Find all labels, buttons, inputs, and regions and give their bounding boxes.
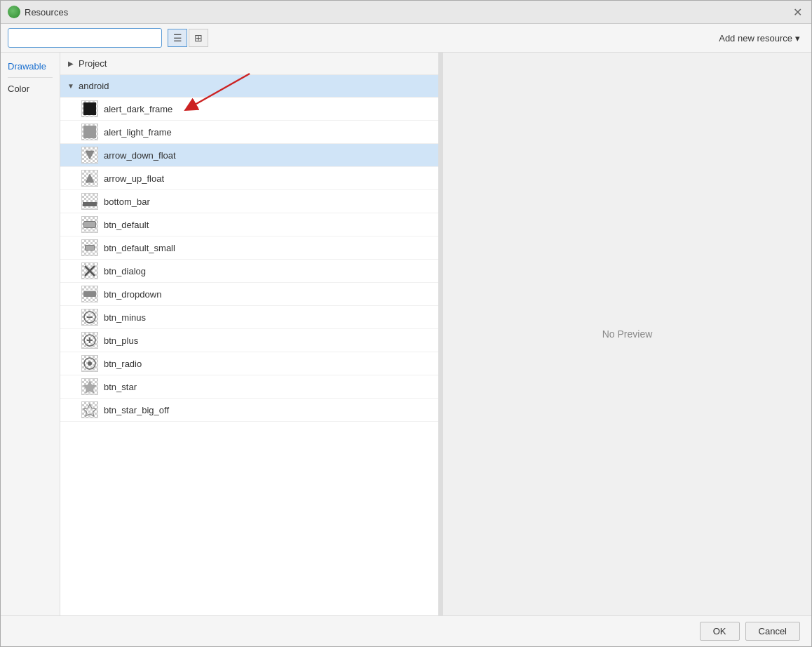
resource-thumbnail xyxy=(81,193,98,210)
add-resource-arrow-icon: ▾ xyxy=(795,33,800,44)
ok-button[interactable]: OK xyxy=(700,622,740,641)
resource-thumbnail xyxy=(81,100,98,117)
resource-name-label: btn_default xyxy=(104,220,149,230)
list-item[interactable]: btn_dropdown xyxy=(60,283,438,306)
tree-header: ▶ Project ▼ android xyxy=(60,53,438,98)
svg-marker-13 xyxy=(83,404,96,416)
project-expand-icon: ▶ xyxy=(66,59,76,69)
bottom-bar: OK Cancel xyxy=(1,615,811,646)
list-item[interactable]: btn_dialog xyxy=(60,260,438,283)
resource-thumbnail xyxy=(81,216,98,233)
resource-thumbnail xyxy=(81,401,98,418)
app-icon xyxy=(8,6,20,18)
resource-name-label: alert_light_frame xyxy=(104,127,172,138)
grid-view-button[interactable]: ⊞ xyxy=(189,29,208,47)
preview-panel: No Preview xyxy=(443,53,811,615)
android-expand-icon: ▼ xyxy=(66,81,76,91)
resource-thumbnail xyxy=(81,124,98,140)
no-preview-text: No Preview xyxy=(602,328,653,340)
window-title: Resources xyxy=(25,7,68,18)
svg-marker-2 xyxy=(86,174,94,182)
list-item[interactable]: arrow_down_float xyxy=(60,144,438,167)
resource-thumbnail xyxy=(81,286,98,302)
project-tree-row[interactable]: ▶ Project xyxy=(60,53,438,75)
android-tree-row[interactable]: ▼ android xyxy=(60,75,438,98)
resource-thumbnail xyxy=(81,309,98,326)
title-bar-left: Resources xyxy=(8,6,68,18)
list-item[interactable]: arrow_up_float xyxy=(60,167,438,190)
resource-thumbnail xyxy=(81,262,98,279)
sidebar-item-color[interactable]: Color xyxy=(1,81,60,97)
resource-thumbnail xyxy=(81,239,98,256)
resource-name-label: arrow_down_float xyxy=(104,150,176,161)
resource-name-label: btn_radio xyxy=(104,359,142,369)
close-button[interactable]: ✕ xyxy=(790,5,804,19)
sidebar-item-drawable[interactable]: Drawable xyxy=(1,58,60,74)
resource-thumbnail xyxy=(81,170,98,187)
project-label: Project xyxy=(79,58,107,69)
list-item[interactable]: btn_star_big_off xyxy=(60,399,438,422)
add-resource-button[interactable]: Add new resource ▾ xyxy=(715,30,804,46)
svg-point-11 xyxy=(88,361,92,366)
toolbar-left: ☰ ⊞ xyxy=(8,28,208,48)
resource-thumbnail xyxy=(81,147,98,164)
resource-name-label: btn_plus xyxy=(104,335,138,346)
resource-name-label: arrow_up_float xyxy=(104,173,164,184)
resources-dialog: Resources ✕ ☰ ⊞ Add new resource ▾ Drawa… xyxy=(0,0,812,647)
list-item[interactable]: alert_light_frame xyxy=(60,121,438,144)
resource-name-label: btn_dropdown xyxy=(104,289,161,300)
resource-name-label: alert_dark_frame xyxy=(104,104,172,114)
list-item[interactable]: bottom_bar xyxy=(60,190,438,213)
resource-list: alert_dark_framealert_light_framearrow_d… xyxy=(60,98,438,422)
list-view-button[interactable]: ☰ xyxy=(168,29,187,47)
resource-thumbnail xyxy=(81,355,98,372)
sidebar-divider xyxy=(8,77,53,78)
resource-name-label: btn_dialog xyxy=(104,266,146,276)
list-item[interactable]: alert_dark_frame xyxy=(60,98,438,121)
resource-name-label: btn_default_small xyxy=(104,243,175,253)
title-bar: Resources ✕ xyxy=(1,1,811,24)
search-input[interactable] xyxy=(8,28,162,48)
list-item[interactable]: btn_default_small xyxy=(60,236,438,260)
resource-name-label: bottom_bar xyxy=(104,196,150,207)
cancel-button[interactable]: Cancel xyxy=(745,622,800,641)
resource-name-label: btn_star_big_off xyxy=(104,405,169,415)
view-toggle: ☰ ⊞ xyxy=(168,29,208,47)
list-item[interactable]: btn_default xyxy=(60,213,438,236)
resource-name-label: btn_star xyxy=(104,382,137,392)
svg-marker-12 xyxy=(83,381,96,393)
sidebar: Drawable Color xyxy=(1,53,60,615)
add-resource-label: Add new resource xyxy=(719,33,792,44)
resource-name-label: btn_minus xyxy=(104,312,146,323)
android-label: android xyxy=(79,81,109,91)
resource-thumbnail xyxy=(81,378,98,395)
resource-thumbnail xyxy=(81,332,98,349)
svg-marker-1 xyxy=(86,151,94,159)
list-item[interactable]: btn_plus xyxy=(60,329,438,352)
sidebar-color-label: Color xyxy=(8,84,29,94)
sidebar-drawable-label: Drawable xyxy=(8,61,46,72)
toolbar: ☰ ⊞ Add new resource ▾ xyxy=(1,24,811,53)
list-item[interactable]: btn_minus xyxy=(60,306,438,329)
main-content: Drawable Color ▶ xyxy=(1,53,811,615)
center-panel: ▶ Project ▼ android alert_dark_framealer… xyxy=(60,53,439,615)
list-item[interactable]: btn_star xyxy=(60,375,438,399)
list-item[interactable]: btn_radio xyxy=(60,352,438,375)
